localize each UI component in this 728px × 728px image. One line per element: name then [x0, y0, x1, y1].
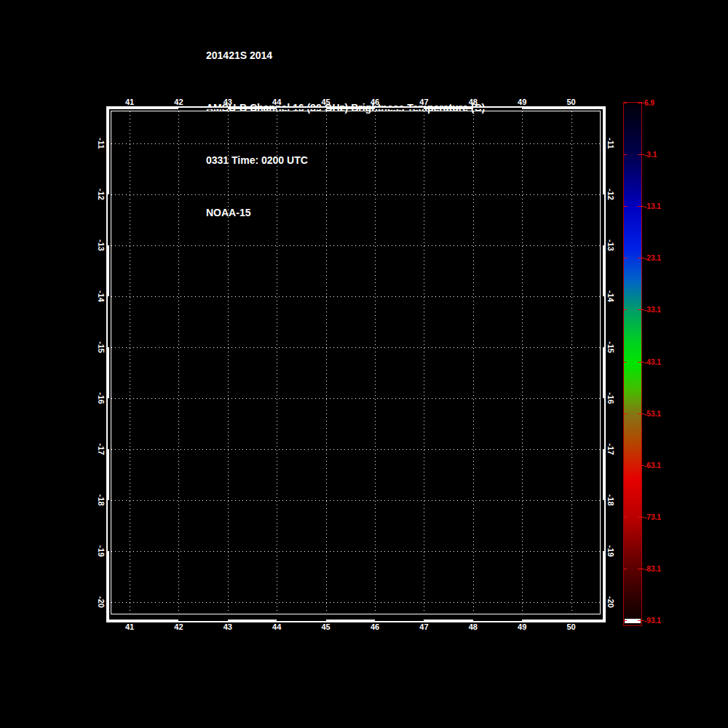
border-band-bottom-segment: [130, 620, 178, 622]
colorbar-tick-left: [624, 465, 627, 466]
lat-tick-label-left: -16: [97, 392, 106, 404]
border-band-top-segment: [522, 106, 571, 109]
border-band-top-segment: [326, 106, 375, 109]
lat-gridline: [111, 602, 600, 603]
colorbar-tick-left: [624, 517, 627, 518]
colorbar-tick-right: [638, 620, 644, 621]
border-band-left-segment: [106, 143, 109, 194]
border-band-left-segment: [106, 296, 109, 347]
lat-tick-label-right: -11: [606, 138, 615, 149]
lon-tick-label-top: 41: [125, 98, 134, 106]
lat-tick-label-right: -18: [606, 494, 615, 506]
border-band-top-segment: [106, 106, 130, 109]
colorbar-tick-label: -13.1: [644, 202, 661, 210]
border-band-left-segment: [106, 245, 109, 296]
lat-gridline: [111, 194, 600, 195]
lon-gridline: [424, 111, 424, 614]
colorbar-white-band: [625, 619, 641, 623]
colorbar-tick-left: [624, 414, 627, 414]
colorbar-tick-label: -43.1: [644, 357, 661, 365]
colorbar-tick-left: [624, 154, 627, 155]
lat-tick-label-right: -20: [606, 596, 615, 608]
lon-tick-label-bottom: 45: [321, 622, 330, 631]
lon-tick-label-bottom: 42: [174, 622, 183, 631]
lon-gridline: [571, 111, 572, 614]
lon-tick-label-top: 46: [371, 98, 379, 106]
lat-tick-label-right: -12: [606, 189, 615, 200]
colorbar-tick-right: [638, 103, 644, 103]
border-band-right-segment: [603, 245, 606, 296]
colorbar-tick-right: [638, 465, 644, 466]
lat-gridline: [111, 296, 600, 297]
border-band-bottom-segment: [375, 620, 424, 622]
lon-gridline: [277, 111, 277, 614]
lon-tick-label-top: 50: [566, 98, 575, 106]
border-band-bottom-segment: [277, 620, 325, 622]
border-band-bottom-segment: [228, 620, 277, 622]
lat-gridline: [111, 398, 600, 399]
colorbar-tick-label: -83.1: [644, 564, 661, 572]
border-band-bottom-segment: [424, 620, 472, 622]
colorbar-tick-right: [638, 206, 644, 207]
lat-gridline: [111, 500, 600, 501]
lat-tick-label-left: -18: [97, 494, 106, 506]
lat-tick-label-left: -12: [97, 189, 106, 200]
lon-tick-label-bottom: 41: [125, 622, 134, 631]
lat-tick-label-right: -13: [606, 240, 615, 251]
colorbar-tick-label: -3.1: [644, 151, 657, 159]
lon-gridline: [522, 111, 523, 614]
colorbar-tick-right: [638, 517, 644, 518]
lat-gridline: [111, 347, 600, 348]
colorbar-tick-left: [624, 569, 627, 569]
title-line-storm-id: 201421S 2014: [206, 47, 485, 64]
border-band-left-segment: [106, 449, 109, 500]
lon-tick-label-bottom: 44: [272, 622, 281, 631]
colorbar: [623, 102, 642, 626]
border-band-right-segment: [603, 398, 606, 449]
lat-gridline: [111, 551, 600, 552]
lon-tick-label-bottom: 50: [566, 622, 575, 631]
lon-tick-label-bottom: 47: [419, 622, 428, 631]
border-band-left-segment: [106, 106, 109, 143]
lat-gridline: [111, 143, 600, 144]
lat-tick-label-left: -13: [97, 240, 106, 251]
border-band-top-segment: [375, 106, 424, 109]
colorbar-tick-left: [624, 206, 627, 207]
border-band-left-segment: [106, 551, 109, 602]
border-band-top-segment: [571, 106, 606, 109]
lat-tick-label-right: -16: [606, 392, 615, 404]
lon-tick-label-top: 44: [272, 98, 281, 106]
border-band-top-segment: [228, 106, 277, 109]
border-band-left-segment: [106, 500, 109, 551]
border-band-left-segment: [106, 194, 109, 245]
border-band-bottom-segment: [178, 620, 227, 622]
lat-tick-label-left: -11: [97, 138, 106, 149]
colorbar-tick-label: -53.1: [644, 409, 661, 417]
lon-tick-label-top: 47: [419, 98, 428, 106]
lat-tick-label-left: -14: [97, 290, 106, 302]
border-band-top-segment: [473, 106, 522, 109]
colorbar-tick-left: [624, 620, 627, 621]
border-band-bottom-segment: [522, 620, 571, 622]
border-band-right-segment: [603, 143, 606, 194]
colorbar-tick-label: -93.1: [644, 617, 661, 625]
colorbar-tick-left: [624, 258, 627, 258]
border-band-right-segment: [603, 106, 606, 143]
lon-gridline: [228, 111, 229, 614]
lon-tick-label-bottom: 49: [518, 622, 526, 631]
colorbar-tick-label: -23.1: [644, 254, 661, 262]
border-band-left-segment: [106, 347, 109, 398]
lon-tick-label-top: 49: [518, 98, 526, 106]
border-band-right-segment: [603, 602, 606, 622]
plot-canvas: 201421S 2014 AMSU-B Channel 16 (89 GHz) …: [0, 0, 728, 728]
colorbar-tick-left: [624, 362, 627, 363]
lon-tick-label-top: 42: [174, 98, 183, 106]
colorbar-tick-right: [638, 569, 644, 569]
colorbar-tick-label: -63.1: [644, 461, 661, 469]
border-band-top-segment: [130, 106, 178, 109]
colorbar-tick-label: -73.1: [644, 513, 661, 521]
lat-tick-label-right: -19: [606, 545, 615, 557]
border-band-right-segment: [603, 500, 606, 551]
border-band-left-segment: [106, 398, 109, 449]
lat-tick-label-right: -17: [606, 443, 615, 455]
